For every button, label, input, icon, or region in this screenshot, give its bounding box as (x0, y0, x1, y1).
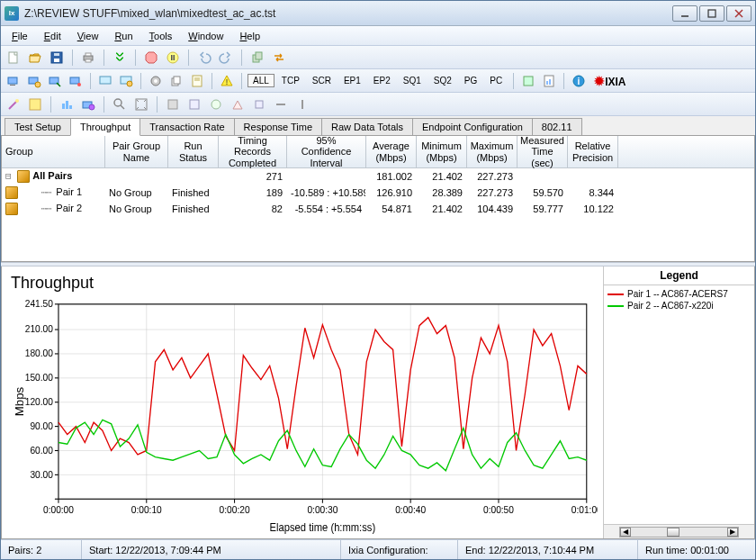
svg-point-20 (35, 82, 40, 87)
legend-panel: Legend Pair 1 -- AC867-ACERS7Pair 2 -- A… (603, 266, 754, 538)
filter-sq1[interactable]: SQ1 (398, 74, 427, 87)
status-ixia-config: Ixia Configuration: (341, 540, 458, 559)
tab-test-setup[interactable]: Test Setup (4, 118, 71, 135)
zoom-icon[interactable] (111, 95, 129, 113)
col-header[interactable]: Timing Records Completed (219, 136, 287, 167)
tool-d-icon[interactable] (229, 95, 247, 113)
col-header[interactable]: Minimum (Mbps) (417, 136, 467, 167)
status-runtime: Run time: 00:01:00 (638, 540, 755, 559)
filter-tcp[interactable]: TCP (276, 74, 305, 87)
filter-pg[interactable]: PG (459, 74, 482, 87)
svg-point-23 (77, 83, 81, 86)
col-header[interactable]: Measured Time (sec) (518, 136, 568, 167)
svg-rect-1 (708, 10, 716, 17)
endpoint3-icon[interactable] (46, 72, 64, 90)
menu-help[interactable]: Help (232, 29, 267, 43)
col-header[interactable]: Maximum (Mbps) (467, 136, 518, 167)
window-title: Z:\REVIEW STUFF\mixed_wlan\mixedtest_ac_… (24, 7, 672, 20)
tool-b-icon[interactable] (185, 95, 203, 113)
col-header[interactable]: Run Status (168, 136, 219, 167)
maximize-button[interactable] (699, 5, 724, 22)
menu-view[interactable]: View (70, 29, 106, 43)
tool-e-icon[interactable] (250, 95, 268, 113)
status-end: End: 12/22/2013, 7:10:44 PM (458, 540, 638, 559)
run-icon[interactable] (111, 49, 129, 67)
throughput-chart[interactable]: 30.0060.0090.00120.00150.00180.00210.002… (11, 296, 598, 535)
gear-icon[interactable] (147, 72, 165, 90)
close-button[interactable] (726, 5, 752, 22)
open-icon[interactable] (26, 49, 44, 67)
export-icon[interactable] (519, 72, 537, 90)
col-header[interactable]: Relative Precision (568, 136, 618, 167)
menu-window[interactable]: Window (181, 29, 230, 43)
fit-icon[interactable] (132, 95, 150, 113)
print-icon[interactable] (79, 49, 97, 67)
col-header[interactable]: 95% Confidence Interval (287, 136, 366, 167)
endpoint4-icon[interactable] (67, 72, 85, 90)
col-header[interactable]: Group (2, 136, 105, 167)
report-icon[interactable] (540, 72, 558, 90)
menu-edit[interactable]: Edit (37, 29, 68, 43)
status-start: Start: 12/22/2013, 7:09:44 PM (82, 540, 341, 559)
endpoint1-icon[interactable] (4, 72, 22, 90)
wand-icon[interactable] (4, 95, 22, 113)
menu-file[interactable]: File (4, 29, 35, 43)
filter-pc[interactable]: PC (484, 74, 508, 87)
col-header[interactable]: Average (Mbps) (366, 136, 417, 167)
tab-throughput[interactable]: Throughput (70, 118, 140, 136)
filter-all[interactable]: ALL (248, 74, 274, 87)
table-row[interactable]: ⋯⋯ Pair 1No GroupFinished189-10.589 : +1… (2, 185, 754, 201)
monitor-icon[interactable] (96, 72, 114, 90)
svg-text:0:00:20: 0:00:20 (220, 503, 250, 514)
tab-response-time[interactable]: Response Time (234, 118, 322, 135)
tab-endpoint-configuration[interactable]: Endpoint Configuration (412, 118, 533, 135)
legend-scrollbar[interactable]: ◀▶ (604, 524, 754, 538)
config-icon[interactable] (26, 95, 44, 113)
tool-c-icon[interactable] (207, 95, 225, 113)
svg-rect-55 (256, 101, 263, 108)
tab-802.11[interactable]: 802.11 (532, 118, 582, 135)
tab-raw-data-totals[interactable]: Raw Data Totals (321, 118, 413, 135)
svg-point-54 (212, 100, 220, 109)
undo-icon[interactable] (195, 49, 213, 67)
copy-icon[interactable] (167, 72, 185, 90)
pause-icon[interactable] (164, 49, 182, 67)
chart-opt1-icon[interactable] (58, 95, 76, 113)
menu-tools[interactable]: Tools (142, 29, 180, 43)
tool-f-icon[interactable] (272, 95, 290, 113)
svg-text:0:01:00: 0:01:00 (572, 503, 598, 514)
monitor2-icon[interactable] (117, 72, 135, 90)
svg-text:0:00:00: 0:00:00 (43, 503, 74, 514)
svg-rect-43 (30, 99, 40, 110)
svg-text:!: ! (226, 77, 229, 86)
swap-icon[interactable] (270, 49, 288, 67)
table-row[interactable]: ⋯⋯ Pair 2No GroupFinished82-5.554 : +5.5… (2, 201, 754, 217)
filter-scr[interactable]: SCR (307, 74, 337, 87)
tab-transaction-rate[interactable]: Transaction Rate (140, 118, 234, 135)
clone-icon[interactable] (248, 49, 266, 67)
filter-sq2[interactable]: SQ2 (428, 74, 457, 87)
svg-text:210.00: 210.00 (25, 323, 53, 334)
filter-ep1[interactable]: EP1 (338, 74, 366, 87)
svg-text:60.00: 60.00 (30, 444, 53, 455)
info-icon[interactable]: i (570, 72, 588, 90)
minimize-button[interactable] (672, 5, 698, 22)
redo-icon[interactable] (217, 49, 235, 67)
script-icon[interactable] (188, 72, 206, 90)
new-icon[interactable] (4, 49, 22, 67)
save-icon[interactable] (48, 49, 66, 67)
chart-title: Throughput (11, 274, 598, 293)
stop-icon[interactable] (142, 49, 160, 67)
legend-item[interactable]: Pair 1 -- AC867-ACERS7 (608, 289, 751, 299)
chart-opt2-icon[interactable] (79, 95, 97, 113)
table-row[interactable]: ⊟ All Pairs271181.00221.402227.273 (2, 168, 754, 185)
menu-run[interactable]: Run (107, 29, 140, 43)
filter-ep2[interactable]: EP2 (368, 74, 396, 87)
tool-a-icon[interactable] (164, 95, 182, 113)
tool-g-icon[interactable] (293, 95, 311, 113)
col-header[interactable]: Pair Group Name (105, 136, 168, 167)
svg-text:90.00: 90.00 (30, 420, 53, 431)
endpoint2-icon[interactable] (25, 72, 43, 90)
warning-icon[interactable]: ! (218, 72, 236, 90)
legend-item[interactable]: Pair 2 -- AC867-x220i (608, 301, 751, 311)
